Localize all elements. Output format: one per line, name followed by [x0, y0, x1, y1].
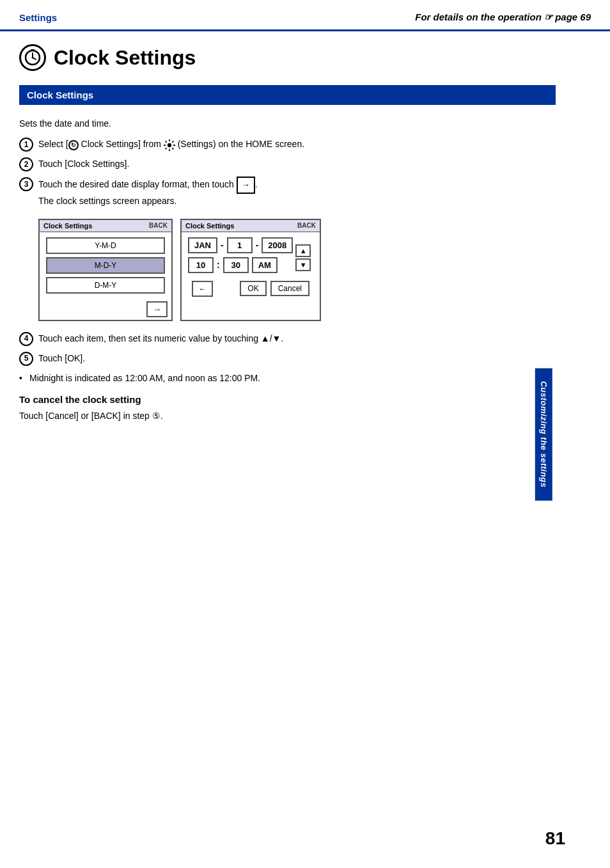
step-4-num: 4 [19, 332, 33, 346]
intro-text: Sets the date and time. [19, 116, 556, 130]
up-button[interactable]: ▲ [295, 244, 311, 257]
clock-icon [19, 44, 46, 71]
side-tab-text: Customizing the settings [539, 381, 549, 487]
step-3-text: Touch the desired date display format, t… [38, 177, 556, 208]
clock-svg [24, 49, 42, 67]
up-down-controls: ▲ ▼ [295, 244, 311, 271]
sub-heading: To cancel the clock setting [19, 394, 556, 405]
ok-cancel-row: OK Cancel [240, 281, 309, 296]
step-4-text: Touch each item, then set its numeric va… [38, 331, 556, 345]
panel-2-body: JAN - 1 - 2008 10 : 30 AM [182, 232, 320, 304]
step-3: 3 Touch the desired date display format,… [19, 177, 556, 208]
page-header: Settings For details on the operation ☞ … [0, 0, 610, 31]
colon: : [217, 260, 220, 270]
cancel-text: Touch [Cancel] or [BACK] in step ⑤. [19, 409, 556, 423]
panel-1-option-dmy[interactable]: D-M-Y [46, 277, 165, 294]
date-sep2: - [256, 240, 259, 250]
panel-1-back: BACK [149, 222, 168, 229]
panel-2-date-time-area: JAN - 1 - 2008 10 : 30 AM [188, 237, 313, 278]
step-5-text: Touch [OK]. [38, 351, 556, 365]
date-row: JAN - 1 - 2008 [188, 237, 293, 253]
step-1-text: Select [↻ Clock Settings] from (Settings… [38, 137, 556, 151]
section-header: Clock Settings [19, 85, 556, 105]
settings-gear-icon [164, 139, 175, 151]
step-5: 5 Touch [OK]. [19, 351, 556, 366]
panel-1-header: Clock Settings BACK [40, 220, 171, 232]
svg-point-7 [168, 143, 171, 147]
main-content: Clock Settings Clock Settings Sets the d… [0, 31, 575, 442]
panel-1-body: Y-M-D M-D-Y D-M-Y [40, 232, 171, 299]
step-3-num: 3 [19, 177, 33, 191]
side-tab: Customizing the settings [535, 368, 552, 500]
panel-2-left-col: JAN - 1 - 2008 10 : 30 AM [188, 237, 293, 278]
header-ref-text: For details on the operation ☞ page 69 [415, 12, 591, 23]
page-number: 81 [545, 828, 565, 849]
clock-icon-inline: ↻ [68, 140, 79, 150]
step-2: 2 Touch [Clock Settings]. [19, 157, 556, 171]
year-field[interactable]: 2008 [262, 237, 293, 253]
cancel-button[interactable]: Cancel [270, 281, 309, 296]
svg-point-3 [32, 57, 34, 59]
panel-1: Clock Settings BACK Y-M-D M-D-Y D-M-Y → [38, 219, 173, 321]
panel-1-next-arrow[interactable]: → [146, 301, 168, 317]
panel-1-option-mdy[interactable]: M-D-Y [46, 257, 165, 274]
header-settings-label: Settings [19, 12, 57, 23]
page-title: Clock Settings [54, 46, 196, 70]
time-row: 10 : 30 AM [188, 257, 293, 273]
arrow-button-inline: → [237, 177, 255, 194]
date-sep1: - [221, 240, 224, 250]
panel-2: Clock Settings BACK JAN - 1 - 2008 [180, 219, 321, 321]
panel-1-title: Clock Settings [43, 222, 92, 230]
svg-rect-6 [31, 49, 35, 51]
down-button[interactable]: ▼ [295, 258, 311, 271]
ui-panels-row: Clock Settings BACK Y-M-D M-D-Y D-M-Y → … [38, 219, 556, 321]
day-field[interactable]: 1 [227, 237, 253, 253]
minute-field[interactable]: 30 [223, 257, 249, 273]
ampm-field[interactable]: AM [252, 257, 278, 273]
panel-2-title: Clock Settings [185, 222, 234, 230]
step-5-num: 5 [19, 352, 33, 366]
page-title-row: Clock Settings [19, 44, 556, 71]
panel-1-arrow-row: → [40, 299, 171, 320]
step-1: 1 Select [↻ Clock Settings] from (Settin… [19, 137, 556, 152]
panel-2-back: BACK [297, 222, 316, 229]
ok-button[interactable]: OK [240, 281, 266, 296]
month-field[interactable]: JAN [188, 237, 217, 253]
panel-2-header: Clock Settings BACK [182, 220, 320, 232]
panel-2-back-arrow[interactable]: ← [192, 281, 213, 297]
step-2-text: Touch [Clock Settings]. [38, 157, 556, 171]
step-1-num: 1 [19, 138, 33, 152]
hour-field[interactable]: 10 [188, 257, 214, 273]
panel-2-bottom: ← OK Cancel [188, 278, 313, 299]
step-2-num: 2 [19, 157, 33, 171]
step-4: 4 Touch each item, then set its numeric … [19, 331, 556, 346]
bullet-note: Midnight is indicated as 12:00 AM, and n… [19, 371, 556, 385]
panel-1-option-ymd[interactable]: Y-M-D [46, 237, 165, 254]
steps-list: 1 Select [↻ Clock Settings] from (Settin… [19, 137, 556, 208]
